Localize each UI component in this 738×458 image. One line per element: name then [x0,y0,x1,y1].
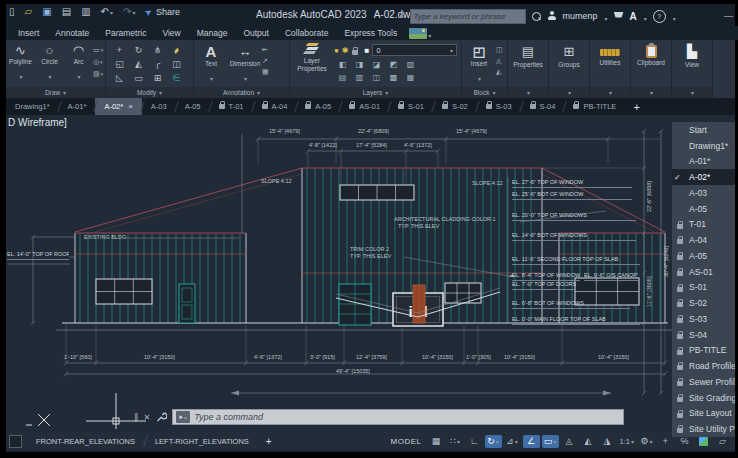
sheet-list-item[interactable]: ✓ PB-TITLE [672,343,735,359]
layer-tool-icon[interactable]: ▧ [407,60,415,69]
command-close-icon[interactable]: ✕ [144,413,151,422]
ribbon-tab[interactable]: Annotate [47,26,97,40]
ellipse-icon[interactable]: ◎ [93,57,103,67]
annotation-scale-icon[interactable]: ◮ [599,435,616,448]
annotation-scale-value[interactable]: 1:1 [618,435,636,448]
panel-footer-caret[interactable] [590,87,630,98]
table-icon[interactable]: ▦ [262,67,269,76]
layer-on-icon[interactable]: ● [334,46,339,55]
file-tab[interactable]: A-02* × [95,98,141,115]
file-tab[interactable]: S-01 × [389,98,433,115]
file-tab[interactable]: PB-TITLE × [564,98,625,115]
hatch-icon[interactable]: ▨ [93,69,103,79]
store-caret-icon[interactable] [643,7,647,25]
sheet-list-item[interactable]: ✓ Road Profile [672,358,735,374]
ribbon-tab[interactable]: Insert [10,26,47,40]
ribbon-image-button[interactable] [409,28,427,39]
grid-display-icon[interactable]: ▦ [428,435,445,448]
viewport-controls-label[interactable]: D Wireframe] [8,117,67,128]
sheet-list-item[interactable]: ✓ S-01 [672,280,735,296]
username[interactable]: mumenp [563,11,598,21]
leader-icon[interactable]: ↗ [262,56,269,65]
sheet-list-item[interactable]: ✓ S-02 [672,295,735,311]
file-tab[interactable]: A-04 × [253,98,297,115]
sheet-list-item[interactable]: ✓ A-02* [672,169,735,185]
stretch-icon[interactable]: ▭ [134,73,143,83]
layer-lock-icon[interactable] [352,41,362,59]
sheet-list-item[interactable]: ✓ Site Grading [672,390,735,406]
sheet-list-item[interactable]: ✓ Sewer Profile [672,374,735,390]
sheet-list-item[interactable]: ✓ AS-01 [672,264,735,280]
command-customize-wrench-icon[interactable] [155,411,167,423]
annotation-autoscale-icon[interactable]: ◭ [580,435,597,448]
file-tab[interactable]: A-03 × [142,98,176,115]
panel-footer-caret[interactable] [631,87,671,98]
model-space-canvas[interactable]: D Wireframe] [6,115,735,432]
panel-footer-caret[interactable] [508,87,548,98]
linear-dimension-icon[interactable]: ⇤ [262,45,269,54]
ribbon-tab[interactable]: Parametric [97,26,154,40]
ribbon-tab[interactable]: Manage [189,26,236,40]
user-avatar-icon[interactable] [547,11,557,21]
save-icon[interactable]: ▣ [42,7,54,17]
sheet-list-item[interactable]: ✓ A-01* [672,154,735,170]
osnap-tracking-icon[interactable]: ∠ [523,435,540,448]
properties-panel[interactable]: ▤ Properties [508,40,549,98]
layer-tool-icon[interactable]: ▤ [339,73,347,82]
autodesk-a-icon[interactable]: A [630,11,637,22]
new-layout-button[interactable]: + [259,436,279,447]
edit-block-icon[interactable]: ◬ [496,56,503,65]
trim-icon[interactable]: ⋔ [154,45,162,55]
layer-tool-icon[interactable]: ◨ [356,60,364,69]
annotation-visibility-icon[interactable]: ◬ [561,435,578,448]
layer-color-icon[interactable]: ■ [365,46,370,55]
open-file-icon[interactable]: ▱ [25,7,36,17]
ribbon-tab[interactable]: Express Tools [336,26,405,40]
command-input[interactable]: ▸ Type a command [172,409,624,425]
block-attributes-icon[interactable]: ◭ [496,67,503,76]
isometric-drafting-icon[interactable]: ⊿ [504,435,521,448]
file-tab[interactable]: T-01 × [210,98,253,115]
offset-icon[interactable]: ∈ [173,73,181,83]
sheet-list-item[interactable]: ✓ S-04 [672,327,735,343]
new-drawing-button[interactable]: + [625,98,647,115]
sheet-list-item[interactable]: ✓ Start [672,122,735,138]
utilities-panel[interactable]: Utilities [590,40,631,98]
view-panel[interactable]: ▙ View [672,40,713,98]
sheet-list-item[interactable]: ✓ A-05 [672,248,735,264]
file-tab[interactable]: Drawing1* × [6,98,59,115]
array-icon[interactable]: ⊞ [154,73,162,83]
ortho-mode-icon[interactable]: ∟ [466,435,483,448]
layer-tool-icon[interactable]: ▥ [356,73,364,82]
file-tab[interactable]: S-02 × [433,98,477,115]
sheet-list-item[interactable]: ✓ Site Layout [672,406,735,422]
app-store-cart-icon[interactable] [614,12,624,18]
layer-thaw-icon[interactable]: ✱ [342,46,349,55]
groups-panel[interactable]: ⊞ Groups [549,40,590,98]
move-icon[interactable]: + [117,45,122,55]
object-snap-icon[interactable]: ▭ [542,435,559,448]
ribbon-tab[interactable]: View [154,26,188,40]
close-icon[interactable]: × [128,102,133,111]
ribbon-tab[interactable]: Collaborate [277,26,336,40]
search-input[interactable]: Type a keyword or phrase [410,9,526,24]
erase-icon[interactable]: ▰ [171,45,182,56]
layers-panel-footer[interactable]: Layers [290,87,461,98]
snap-mode-icon[interactable]: ∷ [447,435,464,448]
ribbon-tab[interactable]: Output [235,26,277,40]
layer-tool-icon[interactable]: ◫ [373,73,381,82]
redo-icon[interactable]: ↷ [123,7,138,17]
layer-tool-icon[interactable]: ▦ [407,73,415,82]
layer-select[interactable]: 0 [372,44,457,56]
minimize-button[interactable]: — [724,11,733,21]
command-grip-icon[interactable]: ∥ [134,412,139,422]
mirror-icon[interactable]: ◭ [135,59,142,69]
new-file-icon[interactable]: ▯ [9,7,18,17]
sheet-list-item[interactable]: ✓ S-03 [672,311,735,327]
layer-tool-icon[interactable]: ▩ [390,73,398,82]
help-caret-icon[interactable] [672,7,676,25]
undo-icon[interactable]: ↶ [101,7,116,17]
explode-icon[interactable]: ◫ [172,59,181,69]
layer-tool-icon[interactable]: ◪ [373,60,381,69]
file-tab[interactable]: A-05 × [176,98,210,115]
